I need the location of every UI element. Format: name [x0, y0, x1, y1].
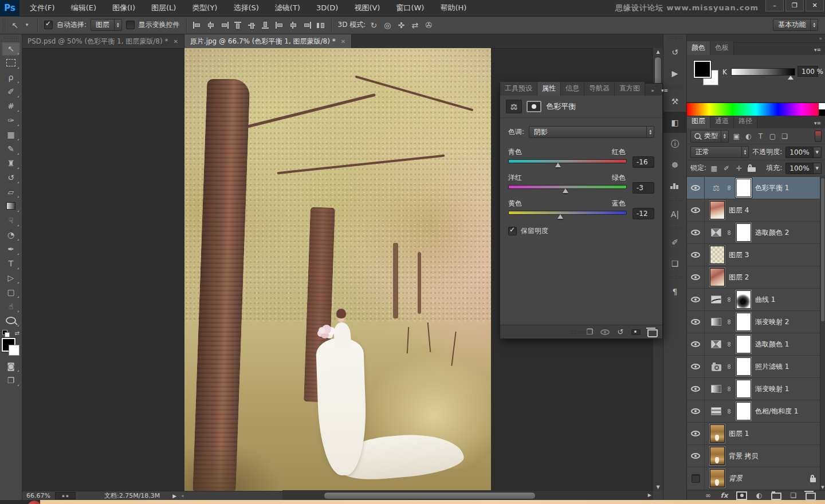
zoom-level[interactable]: 66.67% [26, 492, 50, 499]
layer-thumbnail[interactable] [710, 469, 725, 487]
hand-tool-button[interactable]: ☝ [2, 299, 20, 313]
threed-slide-icon[interactable]: ⇄ [411, 21, 419, 29]
info-panel-button[interactable]: ⓘ [663, 133, 686, 154]
link-layers-icon[interactable]: ∞ [704, 492, 712, 499]
visibility-icon[interactable] [691, 297, 700, 302]
distribute-right-icon[interactable] [303, 22, 311, 29]
lock-position-icon[interactable]: ✛ [735, 165, 743, 172]
smartobj-filter-icon[interactable]: ❏ [781, 133, 789, 140]
quick-select-tool-button[interactable]: ✐ [2, 84, 20, 99]
delete-layer-icon[interactable] [806, 493, 816, 501]
layer-thumbnail[interactable] [710, 447, 725, 465]
dodge-tool-button[interactable]: ◔ [2, 227, 20, 242]
close-button[interactable]: ✕ [806, 0, 824, 11]
filter-toggle-icon[interactable] [815, 131, 822, 142]
layers-panel-tab[interactable]: 图层 [687, 115, 710, 128]
close-tab-icon[interactable]: ✕ [341, 38, 345, 45]
layer-thumbnail[interactable] [710, 424, 725, 443]
panel-menu-icon[interactable]: ▾≡ [814, 121, 822, 126]
layer-visibility-cell[interactable] [687, 177, 705, 199]
dock-grip[interactable] [667, 275, 682, 279]
crop-tool-button[interactable]: # [2, 99, 20, 113]
opacity-field[interactable]: 100% ▼ [785, 147, 822, 158]
eyedropper-tool-button[interactable]: ✑ [2, 113, 20, 127]
layer-row[interactable]: 图层 1 [687, 423, 825, 445]
layer-visibility-cell[interactable] [687, 222, 705, 243]
dock-grip[interactable] [667, 226, 682, 230]
slider-track[interactable] [508, 211, 627, 215]
k-value-field[interactable]: 100 [798, 66, 818, 77]
layer-thumbnail[interactable] [710, 246, 725, 264]
visibility-icon[interactable] [691, 341, 700, 347]
add-mask-icon[interactable] [736, 491, 747, 500]
layer-visibility-cell[interactable] [687, 400, 705, 422]
swap-colors-icon[interactable]: ⇄ [15, 330, 19, 336]
align-right-icon[interactable] [221, 22, 229, 29]
align-top-icon[interactable] [234, 22, 242, 29]
lock-all-icon[interactable] [748, 167, 756, 172]
dock-grip[interactable] [667, 198, 682, 202]
character-panel-button[interactable]: A| [663, 203, 686, 225]
auto-select-target-dropdown[interactable]: 图层 [91, 19, 122, 31]
layer-name[interactable]: 图层 3 [729, 250, 749, 260]
down-arrow-icon[interactable]: ▼ [813, 147, 821, 158]
layer-mask-thumbnail[interactable] [736, 290, 751, 309]
align-vcenter-icon[interactable] [248, 22, 256, 29]
layer-visibility-cell[interactable] [687, 266, 705, 288]
pen-tool-button[interactable]: ✒ [2, 242, 20, 256]
layer-style-icon[interactable]: fx [720, 492, 728, 499]
slider-value-field[interactable]: -3 [632, 182, 654, 194]
visibility-icon[interactable] [691, 386, 700, 392]
menu-item[interactable]: 视图(V) [346, 0, 388, 16]
visibility-icon[interactable] [691, 274, 700, 280]
photoshop-logo[interactable]: Ps [0, 0, 19, 16]
layer-mask-thumbnail[interactable] [736, 223, 751, 242]
scroll-right-icon[interactable]: ▶ [648, 493, 651, 498]
marquee-tool-button[interactable] [2, 56, 20, 70]
layer-row[interactable]: 图层 4 [687, 199, 825, 222]
slider-thumb[interactable] [557, 214, 563, 219]
actions-panel-button[interactable]: ▶ [663, 62, 686, 84]
menu-item[interactable]: 帮助(H) [432, 0, 474, 16]
horizontal-scroll-thumb[interactable] [324, 492, 536, 499]
foreground-color-swatch[interactable] [694, 61, 711, 78]
layer-mask-thumbnail[interactable] [736, 179, 751, 197]
layer-mask-thumbnail[interactable] [736, 335, 751, 353]
k-slider-thumb[interactable] [788, 76, 793, 80]
layer-visibility-cell[interactable] [687, 356, 705, 377]
canvas-image[interactable] [184, 48, 491, 491]
properties-tab[interactable]: 直方图 [615, 82, 645, 96]
new-layer-icon[interactable]: ❏ [789, 492, 798, 499]
threed-rotate-icon[interactable]: ↻ [370, 21, 378, 29]
smudge-tool-button[interactable]: ☟ [2, 213, 20, 227]
navigator-panel-button[interactable]: ☸ [663, 154, 686, 175]
status-widget-icon[interactable]: ▪ ▪ [55, 492, 76, 499]
menu-item[interactable]: 窗口(W) [388, 0, 432, 16]
menu-item[interactable]: 图像(I) [104, 0, 143, 16]
visibility-icon[interactable] [691, 185, 700, 191]
menu-item[interactable]: 编辑(E) [63, 0, 104, 16]
toggle-visibility-icon[interactable] [631, 329, 641, 335]
show-transform-checkbox[interactable] [126, 21, 135, 29]
layer-row[interactable]: ∞色相/饱和度 1 [687, 400, 825, 423]
layer-filter-dropdown[interactable]: 类型 [690, 130, 729, 143]
distribute-left-icon[interactable] [276, 22, 284, 29]
visibility-icon[interactable] [691, 319, 700, 325]
scroll-up-icon[interactable]: ▲ [653, 48, 663, 56]
visibility-icon[interactable] [691, 207, 700, 213]
layer-name[interactable]: 色彩平衡 1 [755, 183, 789, 193]
slider-track[interactable] [508, 185, 627, 189]
layers-scroll-thumb[interactable] [821, 178, 824, 321]
layer-name[interactable]: 图层 4 [729, 206, 749, 215]
distribute-hcenter-icon[interactable] [289, 22, 297, 29]
threed-roll-icon[interactable]: ◎ [383, 21, 391, 29]
tone-dropdown[interactable]: 阴影 [529, 126, 654, 138]
layer-thumbnail[interactable] [710, 268, 725, 286]
restore-button[interactable]: ❐ [785, 0, 804, 11]
layer-visibility-cell[interactable] [687, 378, 705, 400]
layer-visibility-cell[interactable] [687, 333, 705, 355]
layer-row[interactable]: ∞选取颜色 2 [687, 222, 825, 244]
properties-tab[interactable]: 信息 [561, 82, 584, 96]
layer-visibility-cell[interactable] [687, 199, 705, 221]
layer-name[interactable]: 背景 拷贝 [729, 451, 759, 461]
